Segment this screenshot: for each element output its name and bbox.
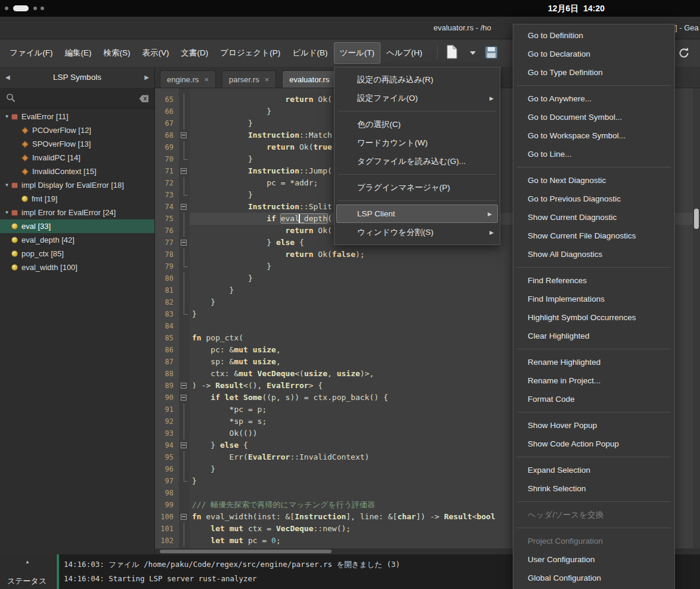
menu-item-show-hover-popup[interactable]: Show Hover Popup bbox=[513, 416, 674, 435]
menu-item-go-to-next-diagnostic[interactable]: Go to Next Diagnostic bbox=[513, 171, 674, 190]
fold-marker[interactable] bbox=[179, 392, 190, 404]
symbol-impl-error-for-evalerror-24[interactable]: ▼impl Error for EvalError [24] bbox=[0, 206, 154, 219]
menu-item-show-current-file-diagnostics[interactable]: Show Current File Diagnostics bbox=[513, 227, 674, 245]
fold-marker bbox=[179, 487, 190, 499]
fold-marker[interactable] bbox=[179, 165, 190, 177]
line-number: 90 bbox=[155, 392, 179, 404]
menu-item-rename-in-project[interactable]: Rename in Project... bbox=[513, 371, 674, 390]
fold-marker bbox=[179, 451, 190, 463]
tab-status[interactable]: ステータス bbox=[7, 576, 47, 587]
menu-item-go-to-line[interactable]: Go to Line... bbox=[513, 145, 674, 163]
menu-item-go-to-workspace-symbol[interactable]: Go to Workspace Symbol... bbox=[513, 126, 674, 145]
reload-button[interactable] bbox=[677, 46, 690, 62]
menu-item-r[interactable]: 設定の再読み込み(R) bbox=[334, 70, 500, 89]
menu-item-go-to-definition[interactable]: Go to Definition bbox=[513, 26, 674, 45]
menu-f[interactable]: ファイル(F) bbox=[4, 39, 59, 67]
workspace-dot-icon[interactable] bbox=[41, 7, 44, 10]
menu-item-o[interactable]: 設定ファイル(O)▶ bbox=[334, 89, 500, 107]
sidebar-next-icon[interactable]: ▶ bbox=[144, 67, 149, 88]
expander-icon[interactable]: ▼ bbox=[2, 182, 11, 188]
editor-hscrollbar-thumb[interactable] bbox=[160, 550, 332, 553]
menu-item-shrink-selection[interactable]: Shrink Selection bbox=[513, 479, 674, 498]
symbol-label: impl Display for EvalError [18] bbox=[21, 181, 124, 190]
line-number: 68 bbox=[155, 129, 179, 141]
new-file-button[interactable] bbox=[446, 45, 458, 61]
code-segment: } bbox=[192, 464, 215, 473]
symbol-fmt-19[interactable]: fmt [19] bbox=[0, 192, 154, 206]
expander-icon[interactable]: ▼ bbox=[2, 210, 11, 215]
menu-item-w[interactable]: ワードカウント(W) bbox=[334, 134, 500, 152]
active-workspace-icon[interactable] bbox=[13, 5, 29, 11]
fold-marker[interactable] bbox=[179, 380, 190, 392]
symbol-eval-width-100[interactable]: eval_width [100] bbox=[0, 261, 154, 274]
menu-p[interactable]: プロジェクト(P) bbox=[214, 39, 286, 67]
menu-item-lsp-client[interactable]: LSP Client▶ bbox=[336, 204, 498, 223]
workspace-dot-icon[interactable] bbox=[33, 7, 37, 10]
menu-item-show-current-diagnostic[interactable]: Show Current Diagnostic bbox=[513, 208, 674, 227]
menu-item-highlight-symbol-occurrences[interactable]: Highlight Symbol Occurrences bbox=[513, 308, 674, 327]
menu-item-go-to-previous-diagnostic[interactable]: Go to Previous Diagnostic bbox=[513, 190, 674, 208]
menu-item-global-configuration[interactable]: Global Configuration bbox=[513, 569, 674, 587]
menu-item-find-implementations[interactable]: Find Implementations bbox=[513, 290, 674, 308]
fold-marker[interactable] bbox=[179, 129, 190, 141]
menu-item-rename-highlighted[interactable]: Rename Highlighted bbox=[513, 353, 674, 371]
menu-item-g[interactable]: タグファイルを読み込む(G)... bbox=[334, 152, 500, 170]
menu-item-clear-highlighted[interactable]: Clear Highlighted bbox=[513, 327, 674, 345]
menu-item-c[interactable]: 色の選択(C) bbox=[334, 115, 500, 134]
menu-item-go-to-document-symbol[interactable]: Go to Document Symbol... bbox=[513, 108, 674, 126]
submenu-arrow-icon: ▶ bbox=[488, 211, 492, 217]
tab-label: engine.rs bbox=[167, 75, 199, 84]
symbol-spoverflow-13[interactable]: SPOverFlow [13] bbox=[0, 137, 154, 151]
menu-item-go-to-declaration[interactable]: Go to Declaration bbox=[513, 45, 674, 63]
symbol-label: EvalError [11] bbox=[21, 112, 69, 121]
clear-search-icon[interactable] bbox=[139, 94, 149, 105]
fold-marker[interactable] bbox=[179, 237, 190, 249]
editor-vscrollbar[interactable] bbox=[693, 88, 700, 548]
symbol-evalerror-11[interactable]: ▼EvalError [11] bbox=[0, 110, 154, 123]
symbol-eval-33[interactable]: eval [33] bbox=[0, 219, 154, 233]
menu-item-user-configuration[interactable]: User Configuration bbox=[513, 550, 674, 569]
selected-text: eval bbox=[281, 214, 299, 223]
menu-item-format-code[interactable]: Format Code bbox=[513, 390, 674, 408]
fold-marker[interactable] bbox=[179, 511, 190, 523]
menu-item-show-all-diagnostics[interactable]: Show All Diagnostics bbox=[513, 245, 674, 264]
fold-marker[interactable] bbox=[179, 439, 190, 451]
menu-t[interactable]: ツール(T) bbox=[334, 42, 380, 64]
menu-item-expand-selection[interactable]: Expand Selection bbox=[513, 461, 674, 479]
new-file-dropdown-icon[interactable] bbox=[470, 51, 476, 55]
menu-d[interactable]: 文書(D) bbox=[175, 39, 215, 67]
menu-h[interactable]: ヘルプ(H) bbox=[380, 39, 428, 67]
symbol-invalidpc-14[interactable]: InvalidPC [14] bbox=[0, 151, 154, 165]
menu-v[interactable]: 表示(V) bbox=[137, 39, 175, 67]
menu-e[interactable]: 編集(E) bbox=[59, 39, 98, 67]
menu-s[interactable]: 検索(S) bbox=[98, 39, 137, 67]
symbol-eval-depth-42[interactable]: eval_depth [42] bbox=[0, 233, 154, 247]
sidebar-prev-icon[interactable]: ◀ bbox=[5, 67, 10, 88]
line-number: 70 bbox=[155, 153, 179, 165]
menu-item-p[interactable]: プラグインマネージャ(P) bbox=[334, 178, 500, 197]
close-icon[interactable]: × bbox=[204, 76, 209, 83]
symbol-pcoverflow-12[interactable]: PCOverFlow [12] bbox=[0, 123, 154, 137]
symbol-impl-display-for-evalerror-18[interactable]: ▼impl Display for EvalError [18] bbox=[0, 178, 154, 192]
close-icon[interactable]: × bbox=[265, 76, 270, 83]
line-number: 80 bbox=[155, 272, 179, 284]
save-button[interactable] bbox=[484, 45, 498, 62]
menu-item-s[interactable]: ウィンドウを分割(S)▶ bbox=[334, 223, 500, 241]
menu-b[interactable]: ビルド(B) bbox=[286, 39, 333, 67]
menu-item-show-code-action-popup[interactable]: Show Code Action Popup bbox=[513, 435, 674, 453]
symbol-pop-ctx-85[interactable]: pop_ctx [85] bbox=[0, 247, 154, 261]
fold-marker[interactable] bbox=[179, 201, 190, 213]
menu-item-find-references[interactable]: Find References bbox=[513, 271, 674, 290]
editor-vscrollbar-thumb[interactable] bbox=[694, 209, 699, 229]
search-input[interactable] bbox=[20, 91, 134, 107]
workspace-dot-icon[interactable] bbox=[5, 7, 8, 10]
menu-item-go-to-type-definition[interactable]: Go to Type Definition bbox=[513, 63, 674, 82]
code-segment: let bbox=[210, 536, 224, 545]
symbol-invalidcontext-15[interactable]: InvalidContext [15] bbox=[0, 165, 154, 178]
tab-scroll-up-icon[interactable]: ▲ bbox=[25, 559, 30, 565]
tab-parser-rs[interactable]: parser.rs× bbox=[222, 70, 276, 88]
tab-engine-rs[interactable]: engine.rs× bbox=[160, 70, 216, 88]
code-segment: ( bbox=[327, 214, 332, 223]
expander-icon[interactable]: ▼ bbox=[2, 114, 11, 119]
menu-item-go-to-anywhere[interactable]: Go to Anywhere... bbox=[513, 89, 674, 108]
